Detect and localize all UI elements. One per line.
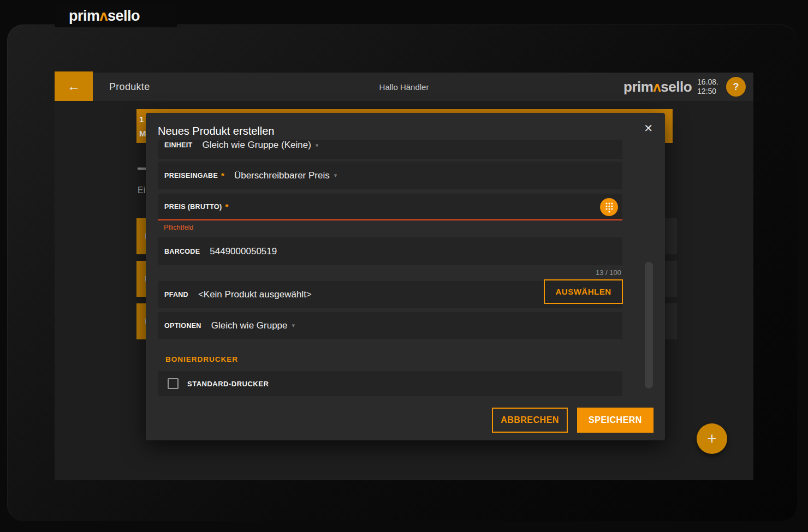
cancel-button[interactable]: ABBRECHEN bbox=[492, 408, 568, 433]
date-text: 16.08. bbox=[697, 77, 718, 86]
barcode-char-counter: 13 / 100 bbox=[158, 268, 622, 277]
pfand-label: PFAND bbox=[164, 291, 188, 298]
barcode-value: 5449000050519 bbox=[210, 246, 277, 257]
logo-caret-icon: ʌ bbox=[653, 79, 661, 95]
bonierdrucker-section-header: BONIERDRUCKER bbox=[165, 355, 238, 363]
back-button[interactable]: ← bbox=[55, 71, 93, 101]
app-logo: primʌsello bbox=[69, 8, 140, 25]
chevron-down-icon: ▾ bbox=[334, 172, 337, 179]
einheit-label: EINHEIT bbox=[164, 141, 192, 149]
modal-footer: ABBRECHEN SPEICHERN bbox=[146, 400, 665, 440]
modal-title: Neues Produkt erstellen bbox=[158, 125, 274, 138]
optionen-field[interactable]: OPTIONEN Gleich wie Gruppe ▾ bbox=[158, 312, 622, 339]
required-asterisk: * bbox=[225, 202, 228, 211]
pfand-select-button[interactable]: AUSWÄHLEN bbox=[544, 279, 623, 304]
numpad-button[interactable] bbox=[600, 198, 618, 216]
help-icon: ? bbox=[733, 81, 739, 92]
datetime-display: 16.08. 12:50 bbox=[697, 77, 718, 97]
dialpad-icon bbox=[604, 201, 614, 213]
preis-brutto-field[interactable]: PREIS (BRUTTO) * bbox=[158, 194, 622, 220]
time-text: 12:50 bbox=[697, 87, 716, 95]
background-partial-label: Ei bbox=[138, 186, 145, 195]
preiseingabe-value: Überschreibbarer Preis bbox=[234, 170, 330, 181]
preis-brutto-label: PREIS (BRUTTO) bbox=[164, 203, 222, 211]
help-button[interactable]: ? bbox=[726, 77, 746, 97]
standard-drucker-row[interactable]: STANDARD-DRUCKER bbox=[158, 371, 622, 396]
plus-icon: + bbox=[707, 429, 717, 448]
optionen-label: OPTIONEN bbox=[164, 322, 201, 330]
save-button[interactable]: SPEICHERN bbox=[577, 408, 653, 433]
create-product-modal: Neues Produkt erstellen ✕ EINHEIT Gleich… bbox=[146, 113, 665, 440]
close-icon: ✕ bbox=[644, 122, 653, 134]
optionen-value: Gleich wie Gruppe bbox=[211, 320, 288, 331]
chevron-down-icon: ▾ bbox=[316, 142, 319, 149]
required-asterisk: * bbox=[221, 171, 224, 180]
header-logo: primʌsello bbox=[623, 79, 692, 95]
einheit-value: Gleich wie Gruppe (Keine) bbox=[202, 140, 311, 151]
pfand-value: <Kein Produkt ausgewählt> bbox=[198, 289, 312, 300]
barcode-label: BARCODE bbox=[164, 248, 200, 255]
header-right-cluster: primʌsello 16.08. 12:50 ? bbox=[623, 77, 753, 97]
preiseingabe-label: PREISEINGABE bbox=[164, 172, 218, 180]
logo-caret-icon: ʌ bbox=[100, 8, 108, 24]
modal-scrollbar[interactable] bbox=[645, 262, 653, 388]
pfand-field: PFAND <Kein Produkt ausgewählt> AUSWÄHLE… bbox=[158, 281, 622, 308]
app-logo-tab: primʌsello bbox=[55, 4, 177, 27]
barcode-field[interactable]: BARCODE 5449000050519 bbox=[158, 237, 622, 265]
back-arrow-icon: ← bbox=[67, 79, 80, 94]
header-bar: ← Produkte Hallo Händler primʌsello 16.0… bbox=[55, 73, 753, 101]
preiseingabe-field[interactable]: PREISEINGABE * Überschreibbarer Preis ▾ bbox=[158, 162, 622, 189]
standard-drucker-checkbox[interactable] bbox=[168, 378, 179, 389]
pflichtfeld-error: Pflichtfeld bbox=[164, 224, 193, 231]
chevron-down-icon: ▾ bbox=[292, 322, 295, 329]
einheit-field[interactable]: EINHEIT Gleich wie Gruppe (Keine) ▾ bbox=[158, 140, 622, 159]
standard-drucker-label: STANDARD-DRUCKER bbox=[187, 380, 269, 388]
close-button[interactable]: ✕ bbox=[644, 123, 653, 134]
add-product-fab[interactable]: + bbox=[697, 423, 727, 454]
page-title: Produkte bbox=[109, 81, 150, 93]
